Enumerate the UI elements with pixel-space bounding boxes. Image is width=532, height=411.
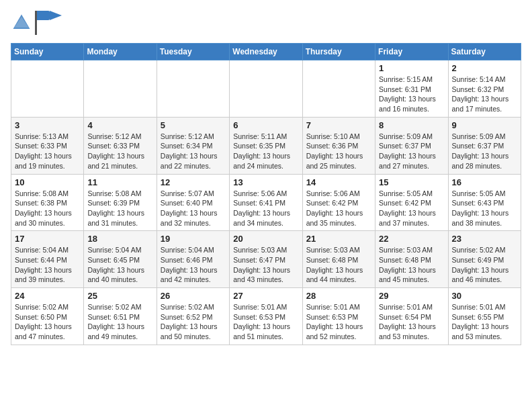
day-info: Sunrise: 5:05 AM Sunset: 6:43 PM Dayligh… [452,189,517,228]
day-info: Sunrise: 5:02 AM Sunset: 6:50 PM Dayligh… [15,302,80,342]
day-number: 28 [306,291,371,301]
day-number: 15 [379,177,444,187]
week-row-0: 1Sunrise: 5:15 AM Sunset: 6:31 PM Daylig… [11,60,521,118]
svg-rect-4 [35,11,50,20]
header-cell-saturday: Saturday [448,44,521,60]
day-cell: 16Sunrise: 5:05 AM Sunset: 6:43 PM Dayli… [448,174,521,231]
day-number: 7 [306,120,371,130]
day-cell: 26Sunrise: 5:02 AM Sunset: 6:52 PM Dayli… [157,288,229,345]
day-number: 22 [379,234,444,244]
day-cell: 25Sunrise: 5:02 AM Sunset: 6:51 PM Dayli… [84,288,157,345]
day-cell: 5Sunrise: 5:12 AM Sunset: 6:34 PM Daylig… [157,117,229,174]
day-info: Sunrise: 5:07 AM Sunset: 6:40 PM Dayligh… [161,189,226,228]
logo-flag-icon [35,11,62,35]
day-info: Sunrise: 5:01 AM Sunset: 6:55 PM Dayligh… [452,302,517,342]
day-cell: 3Sunrise: 5:13 AM Sunset: 6:33 PM Daylig… [11,117,84,174]
day-info: Sunrise: 5:04 AM Sunset: 6:44 PM Dayligh… [15,245,80,285]
day-number: 14 [306,177,371,187]
day-info: Sunrise: 5:09 AM Sunset: 6:37 PM Dayligh… [452,132,517,171]
day-info: Sunrise: 5:08 AM Sunset: 6:38 PM Dayligh… [15,189,80,228]
day-info: Sunrise: 5:02 AM Sunset: 6:51 PM Dayligh… [87,302,152,342]
day-number: 9 [452,120,517,130]
day-info: Sunrise: 5:03 AM Sunset: 6:48 PM Dayligh… [379,245,444,285]
calendar-header: SundayMondayTuesdayWednesdayThursdayFrid… [11,44,521,60]
day-number: 13 [233,177,298,187]
day-number: 25 [87,291,152,301]
day-number: 10 [15,177,80,187]
header-cell-friday: Friday [375,44,448,60]
day-info: Sunrise: 5:08 AM Sunset: 6:39 PM Dayligh… [87,189,152,228]
day-cell: 2Sunrise: 5:14 AM Sunset: 6:32 PM Daylig… [448,60,521,118]
day-number: 4 [87,120,152,130]
day-cell: 21Sunrise: 5:03 AM Sunset: 6:48 PM Dayli… [302,231,375,288]
day-number: 24 [15,291,80,301]
day-number: 21 [306,234,371,244]
day-info: Sunrise: 5:14 AM Sunset: 6:32 PM Dayligh… [452,75,517,114]
day-cell [84,60,157,118]
day-info: Sunrise: 5:04 AM Sunset: 6:46 PM Dayligh… [161,245,226,285]
day-cell: 29Sunrise: 5:01 AM Sunset: 6:54 PM Dayli… [375,288,448,345]
day-cell: 7Sunrise: 5:10 AM Sunset: 6:36 PM Daylig… [302,117,375,174]
day-number: 16 [452,177,517,187]
day-number: 27 [233,291,298,301]
day-cell: 22Sunrise: 5:03 AM Sunset: 6:48 PM Dayli… [375,231,448,288]
day-cell: 9Sunrise: 5:09 AM Sunset: 6:37 PM Daylig… [448,117,521,174]
day-cell: 13Sunrise: 5:06 AM Sunset: 6:41 PM Dayli… [230,174,302,231]
day-cell: 18Sunrise: 5:04 AM Sunset: 6:45 PM Dayli… [84,231,157,288]
week-row-3: 17Sunrise: 5:04 AM Sunset: 6:44 PM Dayli… [11,231,521,288]
day-cell: 1Sunrise: 5:15 AM Sunset: 6:31 PM Daylig… [375,60,448,118]
day-cell: 4Sunrise: 5:12 AM Sunset: 6:33 PM Daylig… [84,117,157,174]
day-number: 5 [161,120,226,130]
header-cell-tuesday: Tuesday [157,44,229,60]
day-number: 18 [87,234,152,244]
logo [11,11,64,35]
header-row: SundayMondayTuesdayWednesdayThursdayFrid… [11,44,521,60]
day-info: Sunrise: 5:06 AM Sunset: 6:41 PM Dayligh… [233,189,298,228]
calendar-body: 1Sunrise: 5:15 AM Sunset: 6:31 PM Daylig… [11,60,521,345]
day-info: Sunrise: 5:02 AM Sunset: 6:49 PM Dayligh… [452,245,517,285]
day-number: 30 [452,291,517,301]
day-info: Sunrise: 5:04 AM Sunset: 6:45 PM Dayligh… [87,245,152,285]
day-number: 17 [15,234,80,244]
day-info: Sunrise: 5:12 AM Sunset: 6:34 PM Dayligh… [161,132,226,171]
day-cell: 30Sunrise: 5:01 AM Sunset: 6:55 PM Dayli… [448,288,521,345]
day-number: 26 [161,291,226,301]
day-number: 2 [452,63,517,73]
logo-icon [11,12,32,34]
day-cell [230,60,302,118]
day-cell [11,60,84,118]
header [11,11,521,35]
day-cell: 24Sunrise: 5:02 AM Sunset: 6:50 PM Dayli… [11,288,84,345]
header-cell-wednesday: Wednesday [230,44,302,60]
day-number: 23 [452,234,517,244]
svg-marker-5 [50,11,62,20]
week-row-4: 24Sunrise: 5:02 AM Sunset: 6:50 PM Dayli… [11,288,521,345]
header-cell-thursday: Thursday [302,44,375,60]
day-cell: 8Sunrise: 5:09 AM Sunset: 6:37 PM Daylig… [375,117,448,174]
day-number: 11 [87,177,152,187]
day-info: Sunrise: 5:05 AM Sunset: 6:42 PM Dayligh… [379,189,444,228]
day-info: Sunrise: 5:06 AM Sunset: 6:42 PM Dayligh… [306,189,371,228]
day-cell: 28Sunrise: 5:01 AM Sunset: 6:53 PM Dayli… [302,288,375,345]
day-cell [157,60,229,118]
day-info: Sunrise: 5:13 AM Sunset: 6:33 PM Dayligh… [15,132,80,171]
day-number: 20 [233,234,298,244]
week-row-1: 3Sunrise: 5:13 AM Sunset: 6:33 PM Daylig… [11,117,521,174]
day-info: Sunrise: 5:11 AM Sunset: 6:35 PM Dayligh… [233,132,298,171]
day-info: Sunrise: 5:12 AM Sunset: 6:33 PM Dayligh… [87,132,152,171]
day-cell: 11Sunrise: 5:08 AM Sunset: 6:39 PM Dayli… [84,174,157,231]
day-cell: 6Sunrise: 5:11 AM Sunset: 6:35 PM Daylig… [230,117,302,174]
calendar: SundayMondayTuesdayWednesdayThursdayFrid… [11,43,521,345]
day-info: Sunrise: 5:03 AM Sunset: 6:47 PM Dayligh… [233,245,298,285]
day-info: Sunrise: 5:01 AM Sunset: 6:53 PM Dayligh… [306,302,371,342]
day-number: 19 [161,234,226,244]
day-number: 8 [379,120,444,130]
svg-rect-6 [35,11,37,35]
day-info: Sunrise: 5:03 AM Sunset: 6:48 PM Dayligh… [306,245,371,285]
day-cell: 15Sunrise: 5:05 AM Sunset: 6:42 PM Dayli… [375,174,448,231]
day-cell [302,60,375,118]
day-cell: 10Sunrise: 5:08 AM Sunset: 6:38 PM Dayli… [11,174,84,231]
day-cell: 19Sunrise: 5:04 AM Sunset: 6:46 PM Dayli… [157,231,229,288]
day-info: Sunrise: 5:09 AM Sunset: 6:37 PM Dayligh… [379,132,444,171]
day-cell: 17Sunrise: 5:04 AM Sunset: 6:44 PM Dayli… [11,231,84,288]
